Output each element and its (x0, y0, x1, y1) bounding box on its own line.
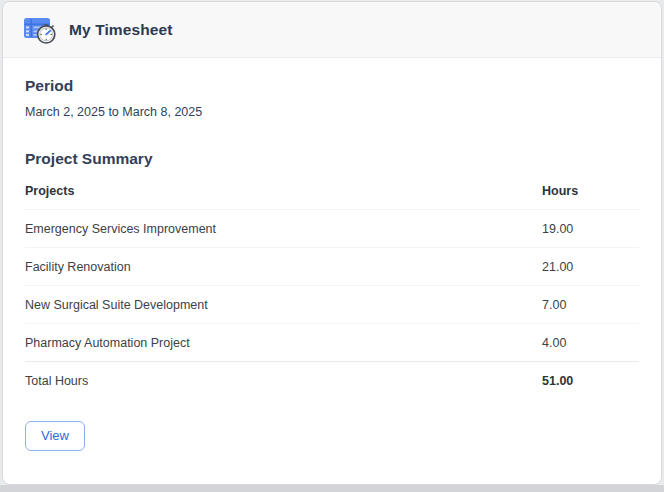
project-hours-cell: 4.00 (542, 324, 639, 362)
view-button[interactable]: View (25, 421, 85, 451)
total-row: Total Hours 51.00 (25, 362, 639, 400)
card-body: Period March 2, 2025 to March 8, 2025 Pr… (3, 58, 661, 471)
timesheet-clock-icon (23, 15, 57, 45)
project-name-cell: Emergency Services Improvement (25, 210, 542, 248)
table-header-row: Projects Hours (25, 172, 639, 210)
page-title: My Timesheet (69, 21, 172, 39)
project-name-cell: Facility Renovation (25, 248, 542, 286)
column-header-hours: Hours (542, 172, 639, 210)
project-hours-cell: 19.00 (542, 210, 639, 248)
column-header-projects: Projects (25, 172, 542, 210)
period-value: March 2, 2025 to March 8, 2025 (25, 105, 639, 119)
card-header: My Timesheet (3, 2, 661, 58)
project-hours-cell: 21.00 (542, 248, 639, 286)
table-row: Emergency Services Improvement 19.00 (25, 210, 639, 248)
period-heading: Period (25, 77, 639, 95)
my-timesheet-card: My Timesheet Period March 2, 2025 to Mar… (2, 1, 662, 485)
project-summary-table: Projects Hours Emergency Services Improv… (25, 172, 639, 399)
table-row: Facility Renovation 21.00 (25, 248, 639, 286)
project-name-cell: New Surgical Suite Development (25, 286, 542, 324)
table-row: Pharmacy Automation Project 4.00 (25, 324, 639, 362)
table-row: New Surgical Suite Development 7.00 (25, 286, 639, 324)
project-hours-cell: 7.00 (542, 286, 639, 324)
page-bottom-strip (0, 485, 664, 492)
project-summary-heading: Project Summary (25, 150, 639, 168)
project-name-cell: Pharmacy Automation Project (25, 324, 542, 362)
total-label: Total Hours (25, 362, 542, 400)
total-hours-value: 51.00 (542, 362, 639, 400)
